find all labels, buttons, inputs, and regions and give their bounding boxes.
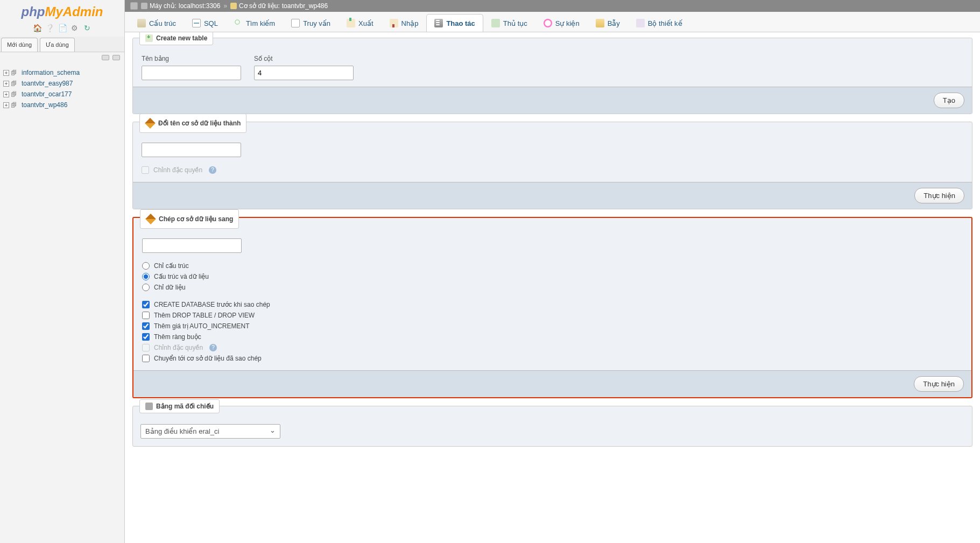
tab-import[interactable]: Nhập xyxy=(382,14,427,32)
db-value: toantvbr_wp486 xyxy=(282,2,328,10)
tab-events[interactable]: Sự kiện xyxy=(535,14,588,32)
rename-execute-button[interactable]: Thực hiện xyxy=(914,188,964,203)
tab-label: Bẫy xyxy=(608,19,620,27)
create-button[interactable]: Tạo xyxy=(934,93,964,108)
row-add-drop[interactable]: Thêm DROP TABLE / DROP VIEW xyxy=(142,310,963,321)
logo[interactable]: phpMyAdmin xyxy=(0,0,124,22)
tab-triggers[interactable]: Bẫy xyxy=(588,14,628,32)
tab-structure[interactable]: Cấu trúc xyxy=(129,14,184,32)
reload-icon[interactable]: ↻ xyxy=(83,24,91,32)
quick-icons: 🏠 ❔ 📄 ⚙ ↻ xyxy=(0,22,124,37)
collation-value: Bảng điều khiển eral_ci xyxy=(145,427,219,435)
help-icon[interactable]: ❔ xyxy=(45,24,54,32)
operations-icon xyxy=(434,19,443,27)
copy-db-input[interactable] xyxy=(142,238,242,253)
tab-search[interactable]: Tìm kiếm xyxy=(226,14,283,32)
help-icon[interactable]: ? xyxy=(209,344,217,351)
tab-designer[interactable]: Bộ thiết kế xyxy=(628,14,690,32)
collation-icon xyxy=(145,403,153,410)
check-label: Thêm ràng buộc xyxy=(154,333,201,341)
help-icon[interactable]: ? xyxy=(209,166,216,174)
radio-label: Chỉ dữ liệu xyxy=(154,284,186,291)
tab-label: Xuất xyxy=(358,19,373,27)
sql-icon xyxy=(192,19,201,27)
check-label: Chỉnh đặc quyền xyxy=(154,344,203,351)
legend-copy-db: Chép cơ sở dữ liệu sang xyxy=(140,209,239,229)
checkbox-adjust-priv-copy xyxy=(142,344,150,351)
link-icon[interactable] xyxy=(112,55,120,60)
num-cols-input[interactable] xyxy=(254,66,354,80)
tab-label: Tìm kiếm xyxy=(246,19,275,27)
radio-label: Chỉ cấu trúc xyxy=(154,262,189,270)
main: Máy chủ: localhost:3306 » Cơ sở dữ liệu:… xyxy=(125,0,980,543)
check-label: CREATE DATABASE trước khi sao chép xyxy=(154,301,270,308)
check-label: Thêm DROP TABLE / DROP VIEW xyxy=(154,312,255,319)
checkbox-add-drop[interactable] xyxy=(142,312,150,319)
checkbox-adjust-priv-rename xyxy=(142,166,149,174)
tab-favorites[interactable]: Ưa dùng xyxy=(40,38,75,52)
expand-icon[interactable]: + xyxy=(3,70,9,76)
edit-icon xyxy=(145,214,156,224)
row-switch[interactable]: Chuyển tới cơ sở dữ liệu đã sao chép xyxy=(142,353,963,364)
radio-structure-and-data[interactable] xyxy=(142,273,150,280)
settings-icon[interactable]: ⚙ xyxy=(70,24,79,32)
expand-icon[interactable]: + xyxy=(3,102,9,108)
query-icon xyxy=(291,19,300,27)
row-auto-inc[interactable]: Thêm giá trị AUTO_INCREMENT xyxy=(142,321,963,332)
radio-structure-only[interactable] xyxy=(142,262,150,270)
fieldset-collation: Bảng mã đối chiếu Bảng điều khiển eral_c… xyxy=(132,406,972,447)
db-item-ocar177[interactable]: + 🗐 toantvbr_ocar177 xyxy=(2,89,122,100)
tab-label: SQL xyxy=(204,19,218,27)
events-icon xyxy=(544,19,552,27)
tab-operations[interactable]: Thao tác xyxy=(426,14,483,32)
db-item-information-schema[interactable]: + 🗐 information_schema xyxy=(2,67,122,78)
breadcrumb-server[interactable]: Máy chủ: localhost:3306 xyxy=(141,2,220,10)
logo-part-myadmin: MyAdmin xyxy=(45,4,103,19)
sidebar: phpMyAdmin 🏠 ❔ 📄 ⚙ ↻ Mới dùng Ưa dùng + … xyxy=(0,0,125,543)
collapse-breadcrumb-icon[interactable]: ⌃ xyxy=(971,1,978,10)
db-label: toantvbr_wp486 xyxy=(22,101,67,109)
db-item-wp486[interactable]: + 🗐 toantvbr_wp486 xyxy=(2,100,122,110)
nav-back-icon[interactable] xyxy=(130,2,138,10)
home-icon[interactable]: 🏠 xyxy=(33,24,41,32)
triggers-icon xyxy=(596,19,604,27)
server-value: localhost:3306 xyxy=(179,2,220,10)
procedures-icon xyxy=(491,19,500,27)
radio-data-only[interactable] xyxy=(142,284,150,291)
tab-recent[interactable]: Mới dùng xyxy=(1,38,38,52)
row-structure-and-data[interactable]: Cấu trúc và dữ liệu xyxy=(142,271,963,282)
field-table-name: Tên bảng xyxy=(142,55,241,80)
copy-execute-button[interactable]: Thực hiện xyxy=(914,376,964,392)
sql-window-icon[interactable]: 📄 xyxy=(58,24,67,32)
expand-icon[interactable]: + xyxy=(3,81,9,87)
edit-icon xyxy=(145,118,156,129)
check-label: Chuyển tới cơ sở dữ liệu đã sao chép xyxy=(154,355,262,362)
db-label: toantvbr_easy987 xyxy=(22,80,73,87)
tab-query[interactable]: Truy vấn xyxy=(283,14,339,32)
db-label: Cơ sở dữ liệu: xyxy=(239,2,280,10)
import-icon xyxy=(390,19,398,27)
db-item-easy987[interactable]: + 🗐 toantvbr_easy987 xyxy=(2,78,122,89)
legend-rename-db: Đổi tên cơ sở dữ liệu thành xyxy=(139,114,246,133)
row-create-before[interactable]: CREATE DATABASE trước khi sao chép xyxy=(142,299,963,310)
row-structure-only[interactable]: Chỉ cấu trúc xyxy=(142,260,963,271)
tab-export[interactable]: Xuất xyxy=(339,14,382,32)
rename-db-input[interactable] xyxy=(142,143,241,157)
collapse-all-icon[interactable] xyxy=(102,55,109,60)
tab-sql[interactable]: SQL xyxy=(184,14,226,32)
fieldset-copy-db: Chép cơ sở dữ liệu sang Chỉ cấu trúc Cấu… xyxy=(132,217,972,398)
checkbox-constraints[interactable] xyxy=(142,333,150,341)
row-constraints[interactable]: Thêm ràng buộc xyxy=(142,332,963,342)
checkbox-switch[interactable] xyxy=(142,355,150,362)
checkbox-create-before[interactable] xyxy=(142,301,150,308)
expand-icon[interactable]: + xyxy=(3,91,9,97)
table-name-input[interactable] xyxy=(142,66,241,80)
collation-select[interactable]: Bảng điều khiển eral_ci xyxy=(140,424,280,439)
database-icon xyxy=(230,3,237,9)
database-icon: 🗐 xyxy=(11,69,19,76)
tab-procedures[interactable]: Thủ tục xyxy=(483,14,535,32)
breadcrumb-database[interactable]: Cơ sở dữ liệu: toantvbr_wp486 xyxy=(230,2,328,10)
row-data-only[interactable]: Chỉ dữ liệu xyxy=(142,282,963,293)
db-tree: + 🗐 information_schema + 🗐 toantvbr_easy… xyxy=(0,64,124,543)
checkbox-auto-inc[interactable] xyxy=(142,322,150,330)
